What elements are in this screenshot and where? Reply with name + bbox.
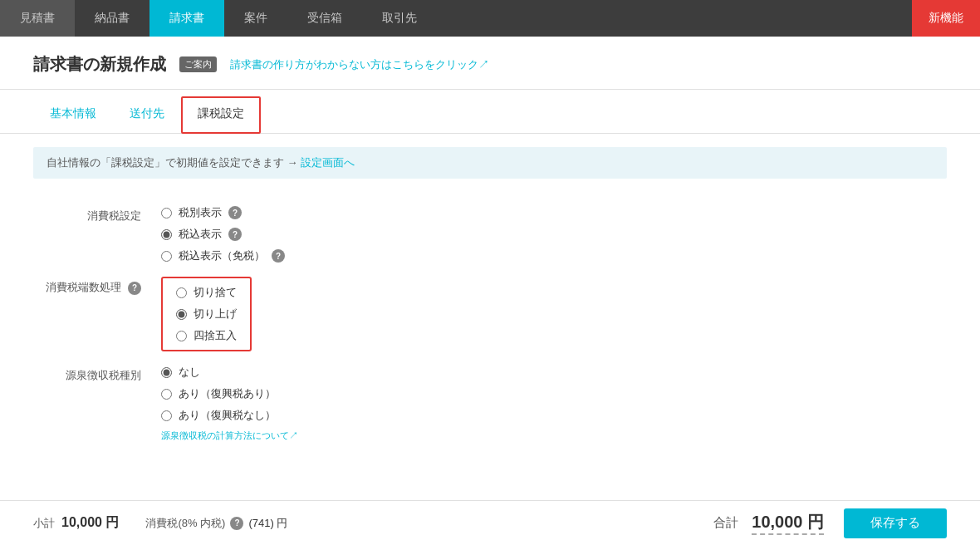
tab-basic-info[interactable]: 基本情報 [33, 96, 113, 133]
tabs-bar: 基本情報 送付先 課税設定 [0, 96, 980, 134]
withholding-revival-yes-option[interactable]: あり（復興税あり） [161, 386, 298, 401]
withholding-revival-no-label: あり（復興税なし） [179, 408, 276, 423]
new-feature-button[interactable]: 新機能 [912, 0, 980, 37]
round-half-label: 四捨五入 [194, 328, 237, 343]
tab-tax-settings[interactable]: 課税設定 [181, 96, 261, 134]
withholding-controls: なし あり（復興税あり） あり（復興税なし） 源泉徴収税の計算方法について↗ [161, 365, 298, 442]
withholding-revival-yes-radio[interactable] [161, 389, 172, 400]
round-half-radio[interactable] [176, 331, 187, 341]
round-half-option[interactable]: 四捨五入 [176, 328, 237, 343]
tax-inclusive-option[interactable]: 税込表示 ? [161, 227, 285, 242]
round-down-option[interactable]: 切り捨て [176, 285, 237, 300]
tax-inclusive-radio[interactable] [161, 229, 172, 240]
tax-rounding-label: 消費税端数処理 ? [33, 277, 141, 295]
info-banner: 自社情報の「課税設定」で初期値を設定できます → 設定画面へ [33, 147, 947, 179]
tax-inclusive-label: 税込表示 [179, 227, 222, 242]
help-link[interactable]: 請求書の作り方がわからない方はこちらをクリック↗ [230, 57, 489, 72]
page-header: 請求書の新規作成 ご案内 請求書の作り方がわからない方はこちらをクリック↗ [0, 37, 980, 90]
withholding-revival-yes-label: あり（復興税あり） [179, 386, 276, 401]
tax-rounding-row: 消費税端数処理 ? 切り捨て 切り上げ 四捨五入 [33, 277, 947, 351]
consumption-tax-row: 消費税設定 税別表示 ? 税込表示 ? 税込表示（免税） ? [33, 205, 947, 263]
withholding-none-radio[interactable] [161, 367, 172, 378]
tax-separate-radio[interactable] [161, 208, 172, 218]
nav-item-invoice[interactable]: 請求書 [149, 0, 224, 37]
round-up-option[interactable]: 切り上げ [176, 307, 237, 322]
nav-item-clients[interactable]: 取引先 [362, 0, 437, 37]
tax-exempt-help-icon[interactable]: ? [272, 249, 285, 263]
main-content: 請求書の新規作成 ご案内 請求書の作り方がわからない方はこちらをクリック↗ 基本… [0, 37, 980, 500]
round-down-label: 切り捨て [194, 285, 237, 300]
consumption-tax-controls: 税別表示 ? 税込表示 ? 税込表示（免税） ? [161, 205, 285, 263]
tab-send-to[interactable]: 送付先 [113, 96, 181, 133]
nav-bar: 見積書 納品書 請求書 案件 受信箱 取引先 新機能 [0, 0, 980, 37]
withholding-none-option[interactable]: なし [161, 365, 298, 380]
withholding-revival-no-option[interactable]: あり（復興税なし） [161, 408, 298, 423]
nav-item-inbox[interactable]: 受信箱 [287, 0, 362, 37]
tutorial-badge: ご案内 [179, 56, 217, 72]
withholding-calc-link[interactable]: 源泉徴収税の計算方法について↗ [161, 430, 298, 442]
withholding-none-label: なし [179, 365, 200, 380]
nav-item-cases[interactable]: 案件 [224, 0, 287, 37]
consumption-tax-label: 消費税設定 [33, 205, 141, 223]
tax-rounding-box: 切り捨て 切り上げ 四捨五入 [161, 277, 252, 351]
tax-exempt-option[interactable]: 税込表示（免税） ? [161, 248, 285, 263]
withholding-revival-no-radio[interactable] [161, 410, 172, 421]
page-title: 請求書の新規作成 [33, 53, 166, 76]
tax-exempt-label: 税込表示（免税） [179, 248, 265, 263]
tax-separate-label: 税別表示 [179, 205, 222, 220]
form-area: 消費税設定 税別表示 ? 税込表示 ? 税込表示（免税） ? [0, 192, 980, 465]
round-up-radio[interactable] [176, 309, 187, 320]
tax-separate-help-icon[interactable]: ? [228, 206, 242, 219]
round-down-radio[interactable] [176, 287, 187, 298]
tax-exempt-radio[interactable] [161, 251, 172, 262]
tax-separate-option[interactable]: 税別表示 ? [161, 205, 285, 220]
withholding-row: 源泉徴収税種別 なし あり（復興税あり） あり（復興税なし） 源泉徴収税の計算方… [33, 365, 947, 442]
nav-item-delivery[interactable]: 納品書 [75, 0, 149, 37]
round-up-label: 切り上げ [194, 307, 237, 322]
tax-inclusive-help-icon[interactable]: ? [228, 228, 242, 241]
nav-item-estimates[interactable]: 見積書 [0, 0, 75, 37]
withholding-label: 源泉徴収税種別 [33, 365, 141, 383]
info-banner-text: 自社情報の「課税設定」で初期値を設定できます → [47, 156, 301, 169]
tax-rounding-help-icon[interactable]: ? [128, 282, 141, 295]
settings-link[interactable]: 設定画面へ [301, 156, 355, 169]
